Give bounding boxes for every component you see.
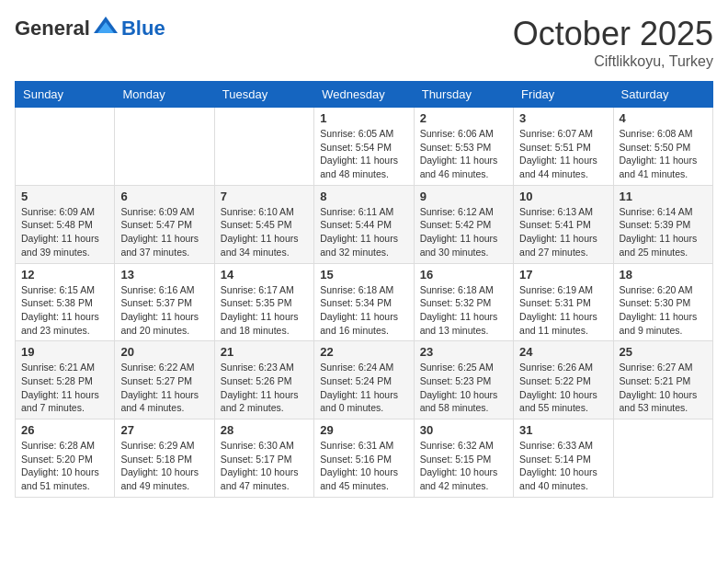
calendar-cell: 23Sunrise: 6:25 AM Sunset: 5:23 PM Dayli… xyxy=(414,341,513,419)
day-number: 10 xyxy=(519,190,607,203)
day-number: 6 xyxy=(120,190,208,203)
day-info: Sunrise: 6:24 AM Sunset: 5:24 PM Dayligh… xyxy=(320,361,407,415)
day-number: 9 xyxy=(420,190,507,203)
day-info: Sunrise: 6:14 AM Sunset: 5:39 PM Dayligh… xyxy=(620,205,707,259)
week-row-0: 1Sunrise: 6:05 AM Sunset: 5:54 PM Daylig… xyxy=(16,108,713,186)
calendar-cell: 16Sunrise: 6:18 AM Sunset: 5:32 PM Dayli… xyxy=(414,263,513,341)
day-info: Sunrise: 6:10 AM Sunset: 5:45 PM Dayligh… xyxy=(221,205,308,259)
day-info: Sunrise: 6:26 AM Sunset: 5:22 PM Dayligh… xyxy=(519,361,607,415)
day-number: 21 xyxy=(221,345,308,359)
day-info: Sunrise: 6:23 AM Sunset: 5:26 PM Dayligh… xyxy=(221,361,308,415)
day-number: 8 xyxy=(320,190,407,203)
day-info: Sunrise: 6:28 AM Sunset: 5:20 PM Dayligh… xyxy=(21,439,108,493)
day-info: Sunrise: 6:11 AM Sunset: 5:44 PM Dayligh… xyxy=(320,205,407,259)
logo: General Blue xyxy=(15,15,165,42)
day-info: Sunrise: 6:31 AM Sunset: 5:16 PM Dayligh… xyxy=(320,439,407,493)
calendar-cell: 15Sunrise: 6:18 AM Sunset: 5:34 PM Dayli… xyxy=(314,263,414,341)
day-info: Sunrise: 6:18 AM Sunset: 5:32 PM Dayligh… xyxy=(420,283,507,338)
calendar-cell: 22Sunrise: 6:24 AM Sunset: 5:24 PM Dayli… xyxy=(314,341,414,419)
calendar-cell: 8Sunrise: 6:11 AM Sunset: 5:44 PM Daylig… xyxy=(314,185,414,263)
day-info: Sunrise: 6:33 AM Sunset: 5:14 PM Dayligh… xyxy=(519,439,607,493)
page-header: General Blue October 2025 Ciftlikkoyu, T… xyxy=(15,15,713,70)
calendar-cell: 11Sunrise: 6:14 AM Sunset: 5:39 PM Dayli… xyxy=(613,185,712,263)
day-info: Sunrise: 6:17 AM Sunset: 5:35 PM Dayligh… xyxy=(221,283,308,338)
weekday-header-row: SundayMondayTuesdayWednesdayThursdayFrid… xyxy=(16,82,713,108)
day-number: 17 xyxy=(519,268,607,282)
day-number: 30 xyxy=(420,423,507,437)
day-info: Sunrise: 6:05 AM Sunset: 5:54 PM Dayligh… xyxy=(320,127,407,181)
calendar-cell xyxy=(613,419,712,498)
day-number: 24 xyxy=(519,345,607,359)
day-info: Sunrise: 6:12 AM Sunset: 5:42 PM Dayligh… xyxy=(420,205,507,259)
weekday-header-friday: Friday xyxy=(514,82,613,108)
day-number: 18 xyxy=(620,268,707,282)
day-number: 3 xyxy=(519,111,607,125)
calendar-cell: 25Sunrise: 6:27 AM Sunset: 5:21 PM Dayli… xyxy=(613,341,712,419)
calendar-cell: 24Sunrise: 6:26 AM Sunset: 5:22 PM Dayli… xyxy=(514,341,613,419)
calendar-cell: 18Sunrise: 6:20 AM Sunset: 5:30 PM Dayli… xyxy=(613,263,712,341)
day-number: 4 xyxy=(620,111,707,125)
weekday-header-monday: Monday xyxy=(115,82,214,108)
calendar-cell: 14Sunrise: 6:17 AM Sunset: 5:35 PM Dayli… xyxy=(214,263,313,341)
day-number: 5 xyxy=(21,190,108,203)
week-row-2: 12Sunrise: 6:15 AM Sunset: 5:38 PM Dayli… xyxy=(16,263,713,341)
calendar-cell: 13Sunrise: 6:16 AM Sunset: 5:37 PM Dayli… xyxy=(115,263,214,341)
calendar-cell: 29Sunrise: 6:31 AM Sunset: 5:16 PM Dayli… xyxy=(314,419,414,498)
day-info: Sunrise: 6:15 AM Sunset: 5:38 PM Dayligh… xyxy=(21,283,108,338)
calendar-cell: 30Sunrise: 6:32 AM Sunset: 5:15 PM Dayli… xyxy=(414,419,513,498)
day-number: 25 xyxy=(620,345,707,359)
calendar-cell xyxy=(115,108,214,186)
weekday-header-wednesday: Wednesday xyxy=(314,82,414,108)
day-number: 13 xyxy=(120,268,208,282)
day-info: Sunrise: 6:19 AM Sunset: 5:31 PM Dayligh… xyxy=(519,283,607,338)
day-info: Sunrise: 6:18 AM Sunset: 5:34 PM Dayligh… xyxy=(320,283,407,338)
day-info: Sunrise: 6:09 AM Sunset: 5:48 PM Dayligh… xyxy=(21,205,108,259)
weekday-header-sunday: Sunday xyxy=(16,82,115,108)
day-number: 15 xyxy=(320,268,407,282)
day-info: Sunrise: 6:25 AM Sunset: 5:23 PM Dayligh… xyxy=(420,361,507,415)
day-info: Sunrise: 6:27 AM Sunset: 5:21 PM Dayligh… xyxy=(620,361,707,415)
logo-icon xyxy=(92,15,119,42)
calendar-cell xyxy=(214,108,313,186)
day-number: 27 xyxy=(120,423,208,437)
day-number: 31 xyxy=(519,423,607,437)
calendar-cell: 19Sunrise: 6:21 AM Sunset: 5:28 PM Dayli… xyxy=(16,341,115,419)
calendar-cell: 28Sunrise: 6:30 AM Sunset: 5:17 PM Dayli… xyxy=(214,419,313,498)
calendar: SundayMondayTuesdayWednesdayThursdayFrid… xyxy=(15,81,713,498)
logo-general: General xyxy=(15,17,90,40)
calendar-cell: 31Sunrise: 6:33 AM Sunset: 5:14 PM Dayli… xyxy=(514,419,613,498)
day-info: Sunrise: 6:16 AM Sunset: 5:37 PM Dayligh… xyxy=(120,283,208,338)
calendar-cell: 10Sunrise: 6:13 AM Sunset: 5:41 PM Dayli… xyxy=(514,185,613,263)
calendar-cell: 1Sunrise: 6:05 AM Sunset: 5:54 PM Daylig… xyxy=(314,108,414,186)
calendar-cell: 6Sunrise: 6:09 AM Sunset: 5:47 PM Daylig… xyxy=(115,185,214,263)
day-info: Sunrise: 6:21 AM Sunset: 5:28 PM Dayligh… xyxy=(21,361,108,415)
day-number: 1 xyxy=(320,111,407,125)
day-number: 22 xyxy=(320,345,407,359)
calendar-cell: 20Sunrise: 6:22 AM Sunset: 5:27 PM Dayli… xyxy=(115,341,214,419)
day-info: Sunrise: 6:09 AM Sunset: 5:47 PM Dayligh… xyxy=(120,205,208,259)
logo-blue: Blue xyxy=(121,17,165,40)
day-info: Sunrise: 6:29 AM Sunset: 5:18 PM Dayligh… xyxy=(120,439,208,493)
day-info: Sunrise: 6:32 AM Sunset: 5:15 PM Dayligh… xyxy=(420,439,507,493)
day-number: 20 xyxy=(120,345,208,359)
day-info: Sunrise: 6:07 AM Sunset: 5:51 PM Dayligh… xyxy=(519,127,607,181)
calendar-cell: 27Sunrise: 6:29 AM Sunset: 5:18 PM Dayli… xyxy=(115,419,214,498)
day-info: Sunrise: 6:20 AM Sunset: 5:30 PM Dayligh… xyxy=(620,283,707,338)
calendar-cell: 9Sunrise: 6:12 AM Sunset: 5:42 PM Daylig… xyxy=(414,185,513,263)
day-number: 2 xyxy=(420,111,507,125)
calendar-cell xyxy=(16,108,115,186)
day-number: 19 xyxy=(21,345,108,359)
title-section: October 2025 Ciftlikkoyu, Turkey xyxy=(513,15,713,70)
day-number: 14 xyxy=(221,268,308,282)
calendar-cell: 12Sunrise: 6:15 AM Sunset: 5:38 PM Dayli… xyxy=(16,263,115,341)
weekday-header-saturday: Saturday xyxy=(613,82,712,108)
day-info: Sunrise: 6:06 AM Sunset: 5:53 PM Dayligh… xyxy=(420,127,507,181)
month-title: October 2025 xyxy=(513,15,713,53)
calendar-cell: 7Sunrise: 6:10 AM Sunset: 5:45 PM Daylig… xyxy=(214,185,313,263)
day-info: Sunrise: 6:30 AM Sunset: 5:17 PM Dayligh… xyxy=(221,439,308,493)
calendar-cell: 17Sunrise: 6:19 AM Sunset: 5:31 PM Dayli… xyxy=(514,263,613,341)
calendar-cell: 2Sunrise: 6:06 AM Sunset: 5:53 PM Daylig… xyxy=(414,108,513,186)
calendar-cell: 21Sunrise: 6:23 AM Sunset: 5:26 PM Dayli… xyxy=(214,341,313,419)
day-number: 16 xyxy=(420,268,507,282)
weekday-header-thursday: Thursday xyxy=(414,82,513,108)
